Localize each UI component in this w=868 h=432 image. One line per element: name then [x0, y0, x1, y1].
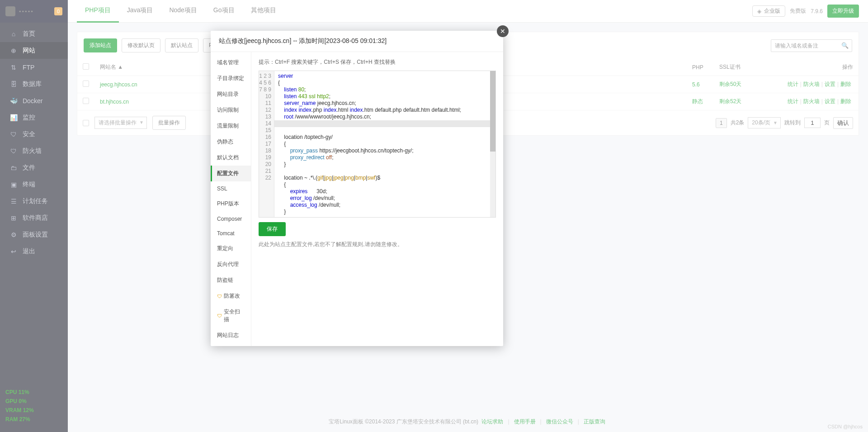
- modal-tab-label: Tomcat: [217, 230, 235, 237]
- modal-tab-3[interactable]: 访问限制: [211, 102, 251, 118]
- modal-tab-11[interactable]: Tomcat: [211, 226, 251, 241]
- modal-tab-0[interactable]: 域名管理: [211, 55, 251, 71]
- modal-tab-label: 网站日志: [217, 332, 239, 339]
- modal-tab-label: SSL: [217, 185, 227, 192]
- modal-tab-label: 默认文档: [217, 154, 239, 161]
- close-icon[interactable]: ✕: [497, 25, 509, 37]
- modal-tab-label: 访问限制: [217, 106, 239, 114]
- modal-tab-1[interactable]: 子目录绑定: [211, 71, 251, 86]
- modal-tab-13[interactable]: 反向代理: [211, 256, 251, 272]
- modal-tab-12[interactable]: 重定向: [211, 241, 251, 256]
- modal-tab-8[interactable]: SSL: [211, 181, 251, 196]
- shield-icon: 🛡: [217, 313, 222, 318]
- modal-tab-label: Composer: [217, 216, 242, 222]
- modal-tab-label: 重定向: [217, 245, 233, 252]
- modal-tab-10[interactable]: Composer: [211, 212, 251, 226]
- modal-tab-label: 防篡改: [224, 292, 240, 300]
- editor-tip: 提示：Ctrl+F 搜索关键字，Ctrl+S 保存，Ctrl+H 查找替换: [259, 58, 496, 66]
- modal-tab-label: 安全扫描: [224, 308, 245, 323]
- modal-tab-5[interactable]: 伪静态: [211, 134, 251, 150]
- modal-tab-label: 域名管理: [217, 59, 239, 66]
- site-edit-modal: ✕ 站点修改[jeecg.hjhcos.cn] -- 添加时间[2023-08-…: [211, 31, 503, 346]
- editor-note: 此处为站点主配置文件,若您不了解配置规则,请勿随意修改。: [259, 241, 496, 248]
- modal-tab-label: 伪静态: [217, 138, 233, 146]
- modal-tab-label: 配置文件: [217, 170, 239, 177]
- modal-tab-15[interactable]: 🛡防篡改: [211, 288, 251, 304]
- modal-tab-label: PHP版本: [217, 200, 239, 208]
- config-editor[interactable]: 1 2 3 4 5 6 7 8 9 10 11 12 13 14 15 16 1…: [259, 71, 496, 218]
- modal-tab-9[interactable]: PHP版本: [211, 196, 251, 212]
- modal-tab-6[interactable]: 默认文档: [211, 150, 251, 166]
- editor-code[interactable]: server { listen 80; listen 443 ssl http2…: [274, 71, 495, 217]
- modal-title: 站点修改[jeecg.hjhcos.cn] -- 添加时间[2023-08-05…: [211, 31, 503, 52]
- modal-main: 提示：Ctrl+F 搜索关键字，Ctrl+S 保存，Ctrl+H 查找替换 1 …: [251, 52, 503, 346]
- editor-scrollbar[interactable]: [490, 71, 495, 217]
- modal-tab-label: 防盗链: [217, 276, 233, 284]
- modal-tab-label: 子目录绑定: [217, 75, 244, 82]
- editor-gutter: 1 2 3 4 5 6 7 8 9 10 11 12 13 14 15 16 1…: [259, 71, 274, 217]
- modal-tab-14[interactable]: 防盗链: [211, 272, 251, 288]
- modal-side: 域名管理子目录绑定网站目录访问限制流量限制伪静态默认文档配置文件SSLPHP版本…: [211, 52, 251, 346]
- modal-tab-label: 流量限制: [217, 122, 239, 130]
- modal-tab-label: 反向代理: [217, 261, 239, 268]
- modal-tab-7[interactable]: 配置文件: [211, 166, 251, 181]
- modal-tab-2[interactable]: 网站目录: [211, 86, 251, 102]
- modal-tab-label: 网站目录: [217, 90, 239, 98]
- modal-tab-16[interactable]: 🛡安全扫描: [211, 304, 251, 328]
- modal-tab-17[interactable]: 网站日志: [211, 328, 251, 343]
- save-button[interactable]: 保存: [259, 222, 286, 236]
- shield-icon: 🛡: [217, 294, 222, 299]
- modal-tab-4[interactable]: 流量限制: [211, 118, 251, 134]
